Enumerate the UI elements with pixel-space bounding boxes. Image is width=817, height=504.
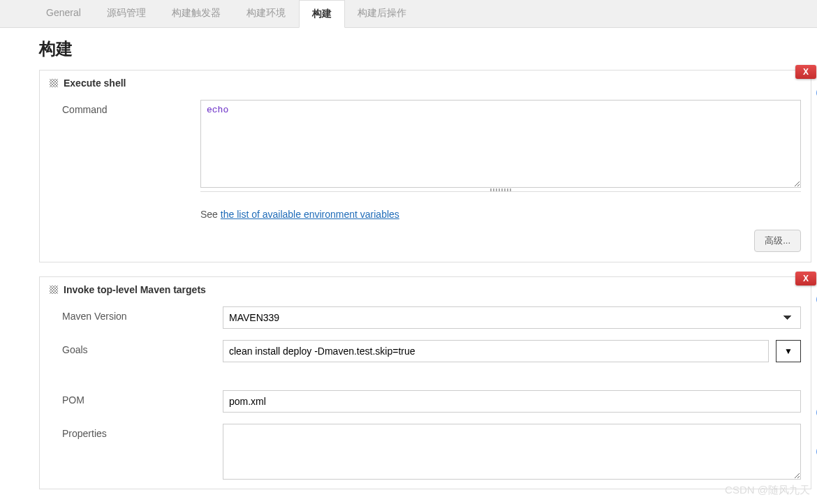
- command-input[interactable]: echo: [200, 100, 801, 188]
- advanced-button[interactable]: 高级...: [754, 230, 801, 252]
- maven-version-label: Maven Version: [62, 306, 223, 322]
- step-title: Execute shell: [64, 77, 126, 89]
- tab-post-build[interactable]: 构建后操作: [345, 0, 420, 27]
- goals-label: Goals: [62, 340, 223, 355]
- step-title: Invoke top-level Maven targets: [64, 284, 206, 295]
- delete-step-button[interactable]: X: [795, 65, 816, 79]
- properties-input[interactable]: [223, 424, 801, 480]
- hint-prefix: See: [200, 209, 221, 220]
- env-vars-link[interactable]: the list of available environment variab…: [221, 209, 399, 220]
- drag-handle-icon[interactable]: [50, 79, 58, 87]
- tab-triggers[interactable]: 构建触发器: [159, 0, 234, 27]
- tab-environment[interactable]: 构建环境: [234, 0, 299, 27]
- properties-label: Properties: [62, 424, 223, 439]
- tab-build[interactable]: 构建: [299, 0, 345, 28]
- delete-step-button[interactable]: X: [795, 272, 816, 286]
- pom-label: POM: [62, 390, 223, 406]
- drag-handle-icon[interactable]: [50, 286, 58, 294]
- step-header: Invoke top-level Maven targets: [40, 277, 811, 302]
- step-header: Execute shell: [40, 71, 811, 96]
- maven-version-select[interactable]: MAVEN339: [223, 306, 801, 329]
- build-step-maven: X ? ? ? Invoke top-level Maven targets M…: [39, 276, 811, 489]
- resize-grip-icon[interactable]: [490, 188, 511, 191]
- command-label: Command: [62, 100, 200, 115]
- goals-input[interactable]: [223, 340, 769, 362]
- env-vars-hint: See the list of available environment va…: [40, 199, 811, 230]
- section-title: 构建: [0, 28, 817, 70]
- pom-input[interactable]: [223, 390, 801, 413]
- tab-scm[interactable]: 源码管理: [94, 0, 159, 27]
- build-step-execute-shell: X ? Execute shell Command echo See the l…: [39, 70, 811, 262]
- config-tabs: General 源码管理 构建触发器 构建环境 构建 构建后操作: [0, 0, 817, 28]
- expand-goals-button[interactable]: ▼: [776, 340, 801, 362]
- tab-general[interactable]: General: [34, 0, 94, 27]
